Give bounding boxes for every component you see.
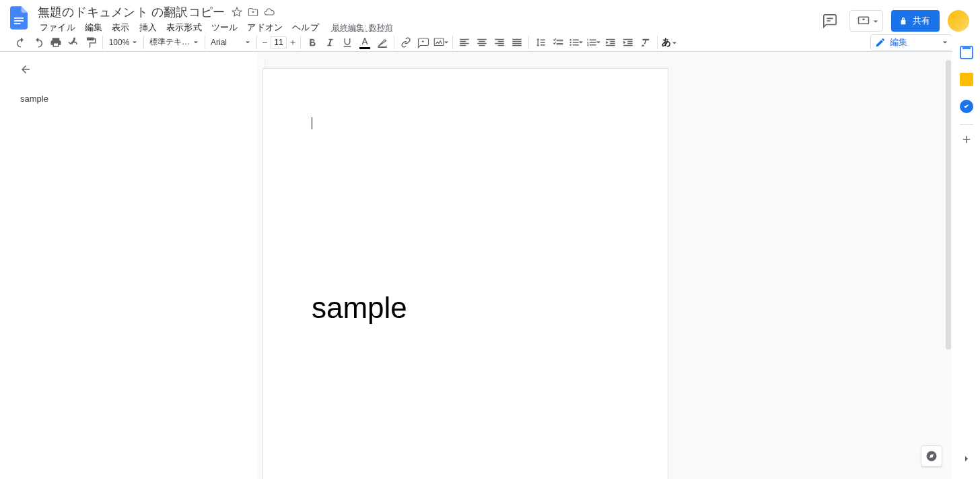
- header-actions: 共有: [818, 4, 975, 32]
- calendar-app-icon[interactable]: [953, 39, 980, 66]
- menu-addons[interactable]: アドオン: [242, 20, 287, 35]
- bulleted-list-icon[interactable]: [567, 34, 584, 51]
- svg-rect-3: [859, 17, 869, 24]
- menubar: ファイル 編集 表示 挿入 表示形式 ツール アドオン ヘルプ 最終編集: 数秒…: [35, 20, 393, 35]
- body-heading[interactable]: sample: [312, 291, 619, 325]
- menu-view[interactable]: 表示: [107, 20, 134, 35]
- menu-insert[interactable]: 挿入: [135, 20, 162, 35]
- italic-icon[interactable]: [322, 34, 338, 51]
- app-header: 無題のドキュメント の翻訳コピー ファイル 編集 表示 挿入 表示形式 ツール …: [0, 0, 980, 32]
- align-center-icon[interactable]: [474, 34, 490, 51]
- docs-logo[interactable]: [5, 4, 32, 31]
- line-spacing-icon[interactable]: [532, 34, 549, 51]
- canvas-scroll[interactable]: sample: [257, 52, 952, 479]
- add-addon-icon[interactable]: [953, 126, 980, 153]
- svg-rect-1: [14, 20, 24, 22]
- checklist-icon[interactable]: [550, 34, 566, 51]
- underline-icon[interactable]: [339, 34, 355, 51]
- comment-icon[interactable]: [415, 34, 431, 51]
- font-size-input[interactable]: 11: [271, 36, 287, 49]
- bold-icon[interactable]: [304, 34, 320, 51]
- align-justify-icon[interactable]: [509, 34, 525, 51]
- indent-increase-icon[interactable]: [620, 34, 636, 51]
- outline-panel: sample: [0, 52, 257, 479]
- workspace: sample sample: [0, 52, 952, 479]
- menu-format[interactable]: 表示形式: [162, 20, 207, 35]
- spellcheck-icon[interactable]: [65, 34, 81, 51]
- comments-icon[interactable]: [818, 9, 841, 32]
- side-panel: [952, 32, 980, 479]
- scroll-thumb[interactable]: [946, 60, 951, 350]
- svg-rect-0: [14, 17, 24, 18]
- share-button[interactable]: 共有: [891, 10, 940, 32]
- ime-icon[interactable]: あ: [661, 34, 677, 51]
- align-right-icon[interactable]: [491, 34, 508, 51]
- menu-file[interactable]: ファイル: [35, 20, 80, 35]
- move-icon[interactable]: [246, 5, 260, 19]
- text-color-icon[interactable]: [357, 34, 373, 51]
- present-button[interactable]: [849, 10, 883, 32]
- last-edit-link[interactable]: 最終編集: 数秒前: [332, 22, 393, 34]
- zoom-select[interactable]: 100%: [106, 34, 141, 51]
- font-size-increase[interactable]: ＋: [288, 36, 298, 49]
- svg-rect-4: [434, 38, 444, 46]
- menu-tools[interactable]: ツール: [207, 20, 243, 35]
- svg-point-6: [569, 41, 571, 42]
- font-select[interactable]: Arial: [208, 34, 254, 51]
- outline-item[interactable]: sample: [13, 91, 244, 106]
- star-icon[interactable]: [230, 5, 244, 19]
- redo-icon[interactable]: [30, 34, 46, 51]
- toolbar: 100% 標準テキス... Arial − 11 ＋ あ 編集: [0, 32, 980, 52]
- image-icon[interactable]: [433, 34, 449, 51]
- cloud-saved-icon[interactable]: [262, 5, 276, 19]
- keep-app-icon[interactable]: [953, 66, 980, 93]
- clear-format-icon[interactable]: [637, 34, 654, 51]
- font-size-decrease[interactable]: −: [260, 36, 269, 49]
- tasks-app-icon[interactable]: [953, 93, 980, 120]
- share-label: 共有: [913, 15, 930, 27]
- menu-help[interactable]: ヘルプ: [287, 20, 324, 35]
- print-icon[interactable]: [48, 34, 64, 51]
- svg-point-7: [569, 44, 571, 45]
- doc-info: 無題のドキュメント の翻訳コピー ファイル 編集 表示 挿入 表示形式 ツール …: [35, 4, 393, 35]
- indent-decrease-icon[interactable]: [602, 34, 619, 51]
- explore-fab[interactable]: [921, 445, 942, 467]
- doc-title[interactable]: 無題のドキュメント の翻訳コピー: [35, 4, 228, 20]
- edit-mode-select[interactable]: 編集: [870, 34, 952, 51]
- menu-edit[interactable]: 編集: [80, 20, 107, 35]
- document-page[interactable]: sample: [262, 68, 668, 479]
- svg-point-5: [569, 39, 571, 40]
- link-icon[interactable]: [398, 34, 414, 51]
- paragraph-style-select[interactable]: 標準テキス...: [147, 34, 202, 51]
- undo-icon[interactable]: [13, 34, 29, 51]
- avatar[interactable]: [948, 10, 969, 32]
- paint-format-icon[interactable]: [83, 34, 99, 51]
- numbered-list-icon[interactable]: [585, 34, 601, 51]
- text-cursor: [312, 117, 312, 129]
- align-left-icon[interactable]: [456, 34, 473, 51]
- scrollbar[interactable]: [945, 60, 952, 479]
- outline-close-icon[interactable]: [16, 60, 35, 79]
- svg-rect-2: [14, 23, 20, 24]
- edit-mode-label: 編集: [890, 36, 907, 49]
- collapse-side-panel-icon[interactable]: [953, 445, 980, 472]
- highlight-icon[interactable]: [374, 34, 390, 51]
